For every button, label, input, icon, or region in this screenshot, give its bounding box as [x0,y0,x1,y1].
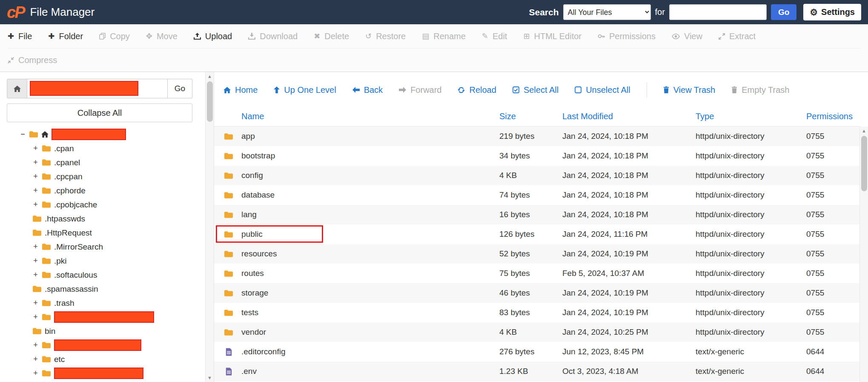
tree-item-trash[interactable]: +.trash [7,296,192,310]
file-row-bootstrap[interactable]: bootstrap34 bytesJan 24, 2024, 10:18 PMh… [214,146,859,166]
tree-item[interactable]: + [7,366,192,380]
file-row-app[interactable]: app219 bytesJan 24, 2024, 10:18 PMhttpd/… [214,126,859,146]
folder-icon [42,313,51,321]
tree-item-spamassassin[interactable]: .spamassassin [7,282,192,296]
tree-item-softaculous[interactable]: +.softaculous [7,268,192,282]
tree-item-cpcpan[interactable]: +.cpcpan [7,169,192,184]
toolbar-restore-button[interactable]: ↺Restore [365,32,406,41]
collapse-toggle[interactable]: − [20,130,26,139]
column-header-name[interactable]: Name [214,112,499,121]
tree-item-htpasswds[interactable]: .htpasswds [7,212,192,226]
scrollbar-thumb[interactable] [207,81,213,122]
toolbar-download-button[interactable]: Download [248,32,298,41]
scrollbar-thumb[interactable] [861,136,867,191]
file-row-public[interactable]: public126 bytesJan 24, 2024, 11:16 PMhtt… [214,224,859,244]
expand-toggle[interactable]: + [32,172,39,181]
toolbar-permissions-button[interactable]: Permissions [598,32,656,41]
tree-item[interactable]: + [7,310,192,324]
scroll-up-arrow[interactable]: ▲ [206,72,214,80]
tree-item-cphorde[interactable]: +.cphorde [7,184,192,198]
file-row-storage[interactable]: storage46 bytesJan 24, 2024, 10:19 PMhtt… [214,283,859,303]
tree-item-httprequest[interactable]: .HttpRequest [7,226,192,240]
tree-item[interactable]: + [7,338,192,352]
column-header-type[interactable]: Type [696,112,806,121]
file-row-lang[interactable]: lang16 bytesJan 24, 2024, 10:18 PMhttpd/… [214,205,859,224]
tree-item-cpan[interactable]: +.cpan [7,141,192,155]
file-row-config[interactable]: config4 KBJan 24, 2024, 10:18 PMhttpd/un… [214,166,859,185]
sidebar-scrollbar[interactable]: ▲ ▼ [205,72,214,382]
file-row-vendor[interactable]: vendor4 KBJan 24, 2024, 10:25 PMhttpd/un… [214,322,859,342]
scroll-up-arrow[interactable]: ▲ [860,126,868,135]
nav-view-trash-button[interactable]: View Trash [663,85,716,95]
file-row-editorconfig[interactable]: .editorconfig276 bytesJun 12, 2023, 8:45… [214,342,859,362]
expand-toggle[interactable]: + [32,256,39,265]
toolbar-label: Copy [110,32,130,41]
tree-item-etc[interactable]: +etc [7,352,192,366]
nav-label: Forward [410,85,441,95]
file-name: resources [241,249,277,258]
toolbar-folder-button[interactable]: ✚Folder [48,32,83,41]
file-row-env[interactable]: .env1.23 KBOct 3, 2023, 4:18 AMtext/x-ge… [214,362,859,381]
toolbar-file-button[interactable]: ✚File [8,32,32,41]
expand-toggle[interactable]: + [32,341,39,350]
nav-home-button[interactable]: Home [223,85,258,95]
file-toolbar: ✚File✚FolderCopy✥MoveUploadDownload✖Dele… [0,24,868,72]
up-arrow-icon [274,86,280,93]
tree-item-cpobjcache[interactable]: +.cpobjcache [7,198,192,212]
toolbar-html-editor-button[interactable]: ⊞HTML Editor [523,32,582,41]
expand-toggle[interactable]: + [32,242,39,251]
toolbar-edit-button[interactable]: ✎Edit [482,32,507,41]
tree-label: .spamassassin [45,284,98,294]
file-row-resources[interactable]: resources52 bytesJan 24, 2024, 10:19 PMh… [214,244,859,264]
search-go-button[interactable]: Go [771,4,796,20]
column-header-permissions[interactable]: Permissions [806,112,859,121]
settings-button[interactable]: ⚙ Settings [803,4,861,20]
file-row-database[interactable]: database74 bytesJan 24, 2024, 10:18 PMht… [214,185,859,205]
file-row-routes[interactable]: routes75 bytesFeb 5, 2024, 10:37 AMhttpd… [214,264,859,283]
reload-icon [458,86,465,94]
table-scrollbar[interactable]: ▲ [859,126,868,382]
expand-toggle[interactable]: + [32,270,39,279]
search-input[interactable] [669,4,767,20]
expand-toggle[interactable]: + [32,355,39,364]
expand-toggle[interactable]: + [32,369,39,378]
toolbar-copy-button[interactable]: Copy [99,32,130,41]
column-header-last-modified[interactable]: Last Modified [562,112,696,121]
tree-item-cpanel[interactable]: +.cpanel [7,155,192,169]
nav-empty-trash-button[interactable]: Empty Trash [731,85,789,95]
path-go-button[interactable]: Go [168,79,192,98]
tree-item-pki[interactable]: +.pki [7,254,192,268]
scroll-down-arrow[interactable]: ▼ [206,373,214,382]
tree-item[interactable]: − [7,127,192,141]
cell-name: public [214,230,499,239]
expand-toggle[interactable]: + [32,299,39,307]
expand-toggle[interactable]: + [32,313,39,322]
expand-toggle[interactable]: + [32,144,39,153]
nav-select-all-button[interactable]: Select All [513,85,559,95]
toolbar-compress-button[interactable]: Compress [8,55,57,65]
tree-item-mirrorsearch[interactable]: +.MirrorSearch [7,240,192,254]
file-name: storage [241,288,268,298]
nav-unselect-all-button[interactable]: Unselect All [575,85,630,95]
nav-forward-button[interactable]: Forward [399,85,441,95]
toolbar-upload-button[interactable]: Upload [194,32,232,41]
tree-item-bin[interactable]: bin [7,324,192,338]
toolbar-delete-button[interactable]: ✖Delete [314,32,349,41]
search-scope-select[interactable]: All Your Files [563,4,651,20]
expand-toggle[interactable]: + [32,186,39,195]
expand-toggle[interactable]: + [32,200,39,209]
toolbar-move-button[interactable]: ✥Move [146,32,178,41]
expand-toggle[interactable]: + [32,158,39,167]
home-shortcut-button[interactable] [7,79,27,98]
nav-back-button[interactable]: Back [352,85,383,95]
nav-up-one-level-button[interactable]: Up One Level [274,85,336,95]
folder-icon [32,229,42,236]
nav-reload-button[interactable]: Reload [458,85,496,95]
file-row-tests[interactable]: tests83 bytesJan 24, 2024, 10:19 PMhttpd… [214,303,859,322]
collapse-all-button[interactable]: Collapse All [7,103,192,122]
toolbar-rename-button[interactable]: ▤Rename [422,32,466,41]
toolbar-extract-button[interactable]: Extract [719,32,756,41]
toolbar-view-button[interactable]: View [672,32,702,41]
column-header-size[interactable]: Size [499,112,562,121]
file-name: config [241,171,263,180]
